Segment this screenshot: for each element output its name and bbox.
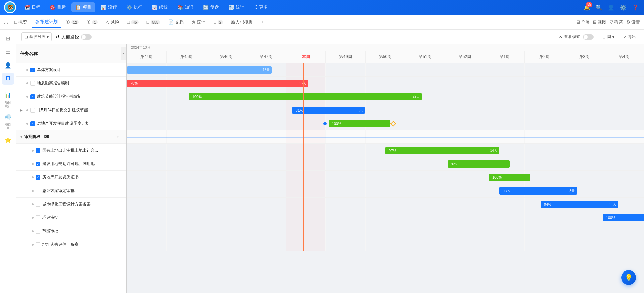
col-bg-3-12 [604, 103, 644, 117]
nav-item-schedule[interactable]: 📅 日程 [20, 2, 44, 12]
nav-item-process[interactable]: 📊 流程 [97, 2, 121, 12]
nav-item-execute[interactable]: ⚙️ 执行 [122, 2, 146, 12]
sidebar-icon-star[interactable]: ⭐ [2, 134, 14, 146]
expand-btn-3[interactable]: ▶ [19, 108, 24, 113]
gantt-bar-8[interactable]: 93%8天 [499, 187, 577, 195]
tab-build-plan[interactable]: ◎ 报建计划 [32, 17, 61, 28]
expand-btn-8[interactable] [24, 175, 30, 180]
settings-gear-button[interactable]: ⚙ 设置 [626, 19, 640, 25]
gantt-bar-9[interactable]: 94%11天 [541, 201, 618, 208]
nav-item-stats[interactable]: 📉 统计 [224, 2, 248, 12]
expand-btn-11[interactable] [24, 215, 30, 220]
expand-btn-1[interactable] [19, 81, 24, 86]
search-button[interactable]: 🔍 [594, 3, 604, 12]
nav-item-review[interactable]: 🔄 复盘 [199, 2, 223, 12]
phase-more-btn[interactable]: ··· [120, 135, 124, 139]
nav-item-performance[interactable]: 📈 绩效 [148, 2, 172, 12]
floating-action-button[interactable]: 💡 [621, 270, 636, 285]
checkbox-1[interactable] [30, 81, 35, 86]
checkbox-8[interactable]: ✓ [36, 175, 40, 180]
sidebar-icon-project-risk[interactable]: 💨 [2, 111, 14, 123]
gantt-chart[interactable]: 2024年10月 第44周第45周第46周第47周本周第49周第50周第51周第… [127, 44, 644, 293]
nav-item-knowledge[interactable]: 📚 知识 [173, 2, 197, 12]
sidebar-icon-grid[interactable]: ⊞ [2, 32, 14, 44]
sidebar-icon-list[interactable]: ☰ [2, 46, 14, 58]
tab-count-2[interactable]: □ 2 [210, 17, 226, 27]
gantt-rows: 18天78%15天100%22天81%天100%97%14天92%100%93%… [127, 63, 644, 251]
gantt-bar-2[interactable]: 100%22天 [189, 93, 422, 100]
expand-btn-0[interactable] [19, 67, 24, 73]
export-button[interactable]: ↗ 导出 [620, 33, 639, 41]
expand-btn-phase[interactable]: ▼ [19, 134, 24, 140]
expand-btn-4[interactable] [19, 121, 24, 126]
gantt-bar-5[interactable]: 97%14天 [385, 147, 499, 154]
help-button[interactable]: ❓ [631, 3, 640, 12]
nav-item-project[interactable]: 📋 项目 [71, 2, 95, 12]
notification-button[interactable]: 🔔 55 [582, 3, 592, 12]
week-selector-button[interactable]: ⊟ 周 ▾ [600, 33, 617, 41]
checkbox-6[interactable]: ✓ [36, 148, 40, 153]
tab-count-45[interactable]: □ 45 [124, 17, 142, 27]
gantt-bar-4[interactable]: 100% [329, 120, 391, 127]
gantt-bar-1[interactable]: 78%15天 [127, 80, 308, 87]
col-bg-13-0 [127, 238, 167, 251]
col-bg-10-6 [366, 198, 405, 211]
checkbox-11[interactable] [36, 215, 40, 220]
nav-item-goal[interactable]: 🎯 目标 [46, 2, 70, 12]
tab-add[interactable]: + [258, 17, 267, 27]
tab-count-12[interactable]: ① 12 [62, 17, 82, 27]
expand-btn-10[interactable] [24, 202, 30, 207]
tab-count-555[interactable]: □ 555 [143, 17, 164, 27]
settings-button[interactable]: ⚙️ [618, 3, 628, 12]
week-dropdown-icon: ▾ [612, 35, 614, 39]
tab-statistics[interactable]: ◷ 统计 [188, 17, 209, 27]
expand-btn-7[interactable] [24, 161, 30, 167]
checkbox-2[interactable]: ✓ [30, 94, 35, 99]
expand-btn-13[interactable] [24, 242, 30, 247]
user-button[interactable]: 👤 [606, 3, 616, 12]
gantt-bar-6[interactable]: 92% [448, 160, 510, 168]
nav-expand-icon[interactable]: › [4, 19, 6, 25]
expand-btn-9[interactable] [24, 188, 30, 194]
sidebar-icon-image[interactable]: 🖼 [2, 73, 14, 85]
checkbox-10[interactable] [36, 202, 40, 207]
checkbox-0[interactable]: ✓ [30, 68, 35, 72]
critical-path-toggle[interactable] [81, 34, 92, 40]
row-bg-3 [127, 103, 644, 117]
phase-add-btn[interactable]: + [117, 135, 119, 139]
filter-button[interactable]: ▽ 筛选 [610, 19, 623, 25]
tab-template[interactable]: 新入职模板 [228, 17, 256, 27]
dot-2 [26, 96, 28, 98]
tab-document[interactable]: 📄 文档 [165, 17, 187, 27]
stats-icon: 📉 [228, 5, 234, 10]
gantt-bar-10[interactable]: 100% [603, 214, 644, 221]
view-mode-button[interactable]: 👁 查看模式 [556, 33, 596, 41]
col-bg-8-0 [127, 171, 167, 184]
fullscreen-button[interactable]: ⊞ 全屏 [576, 19, 590, 25]
tab-risk[interactable]: △ 风险 [102, 17, 123, 27]
task-row-8: ✓ 房地产开发资质证书 [16, 171, 126, 184]
checkbox-7[interactable]: ✓ [36, 162, 40, 166]
view-button[interactable]: ⊞ 视图 [593, 19, 606, 25]
col-bg-3-1 [167, 103, 206, 117]
gantt-bar-7[interactable]: 100% [489, 174, 530, 181]
checkbox-13[interactable] [36, 242, 40, 247]
nav-item-more[interactable]: ⠿ 更多 [250, 2, 272, 12]
checkbox-3[interactable] [30, 108, 35, 113]
sidebar-icon-user[interactable]: 👤 [2, 59, 14, 71]
app-logo[interactable]: 🐯 [4, 1, 16, 13]
tab-count-1[interactable]: ① 1 [83, 17, 101, 27]
gantt-row-8: 100% [127, 171, 644, 184]
checkbox-4[interactable]: ✓ [30, 121, 35, 126]
expand-btn-6[interactable] [24, 148, 30, 153]
view-mode-toggle[interactable] [583, 34, 594, 40]
checkbox-12[interactable] [36, 229, 40, 234]
tab-overview[interactable]: □ 概览 [11, 17, 31, 27]
sidebar-icon-project-stats[interactable]: 📊 [2, 89, 14, 101]
task-list-collapse[interactable]: ‹ [121, 47, 126, 60]
baseline-compare-button[interactable]: ⊟ 基线对照 ▾ [21, 32, 52, 41]
expand-btn-2[interactable] [19, 94, 24, 99]
checkbox-9[interactable] [36, 189, 40, 193]
gantt-bar-0[interactable]: 18天 [127, 66, 272, 74]
expand-btn-12[interactable] [24, 228, 30, 234]
